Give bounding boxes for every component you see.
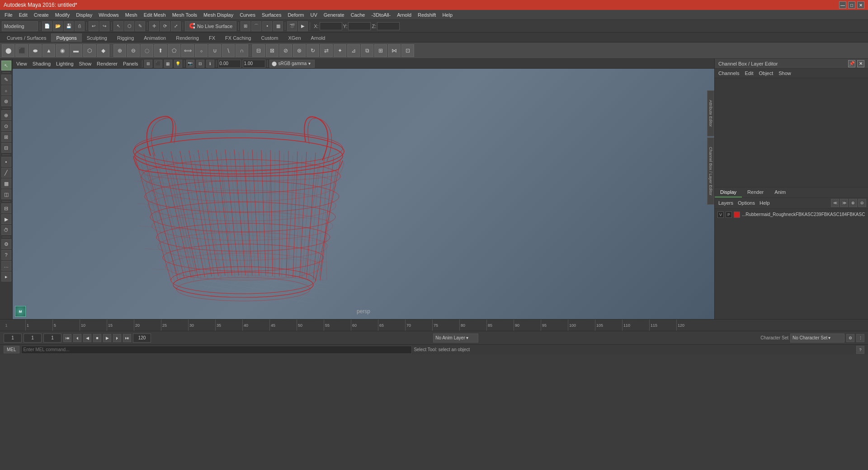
go-to-end-btn[interactable]: ⏭ (123, 334, 131, 342)
undo-button[interactable]: ↩ (89, 21, 99, 31)
shelf-spin-edge-icon[interactable]: ↻ (307, 44, 319, 57)
shelf-delete-edge-icon[interactable]: ⊘ (279, 44, 292, 57)
shelf-torus-icon[interactable]: ◉ (56, 44, 69, 57)
show-menu[interactable]: Show (77, 61, 94, 66)
shelf-smooth-icon[interactable]: ◌ (141, 44, 153, 57)
save-scene-button[interactable]: ⎙ (75, 21, 85, 31)
scale-tool-button[interactable]: ⤢ (171, 21, 181, 31)
redo-button[interactable]: ↪ (99, 21, 109, 31)
z-input[interactable] (377, 22, 400, 30)
timeline-ruler[interactable]: 1 5 10 15 20 25 30 35 40 45 50 55 60 65 … (25, 320, 868, 331)
start-frame-field[interactable]: 1 (4, 334, 22, 343)
panels-menu[interactable]: Panels (121, 61, 140, 66)
channel-box-layer-editor-tab[interactable]: Channel Box / Layer Editor (707, 137, 714, 205)
layers-collapse-btn[interactable]: ⊖ (858, 199, 866, 207)
shelf-offset-edge-icon[interactable]: ⊠ (266, 44, 278, 57)
vp-light-btn[interactable]: 💡 (174, 60, 182, 68)
shelf-poke-icon[interactable]: ✦ (334, 44, 346, 57)
minimize-button[interactable]: — (839, 1, 846, 9)
help-menu[interactable]: Help (758, 200, 772, 206)
render-settings-button[interactable]: 🎬 (287, 21, 297, 31)
display-layer-tool[interactable]: ⊟ (1, 203, 11, 213)
end-frame-field[interactable]: 120 (133, 334, 151, 343)
play-back-btn[interactable]: ◀ (83, 334, 91, 342)
shelf-bevel-icon[interactable]: ⬠ (168, 44, 180, 57)
close-button[interactable]: ✕ (857, 1, 864, 9)
channel-box-close-btn[interactable]: ✕ (857, 60, 864, 67)
shelf-tab-arnold[interactable]: Arnold (306, 33, 330, 42)
no-live-surface-dropdown[interactable]: 🧲 No Live Surface (185, 21, 236, 31)
menu-deform[interactable]: Deform (285, 11, 307, 19)
settings-tool[interactable]: ⚙ (1, 239, 11, 249)
gamma-dropdown[interactable]: ⬤ sRGB gamma ▾ (269, 60, 315, 68)
open-file-button[interactable]: 📂 (53, 21, 63, 31)
rotate-tool-button[interactable]: ⟳ (160, 21, 170, 31)
display-tab[interactable]: Display (715, 188, 742, 197)
vertex-mode-tool[interactable]: • (1, 157, 11, 167)
shelf-combine-icon[interactable]: ⊕ (113, 44, 126, 57)
menu-mesh[interactable]: Mesh (123, 11, 140, 19)
options-menu[interactable]: Options (736, 200, 757, 206)
menu-mesh-display[interactable]: Mesh Display (201, 11, 236, 19)
shelf-boolean-union-icon[interactable]: ∪ (208, 44, 221, 57)
new-file-button[interactable]: 📄 (42, 21, 52, 31)
shelf-boolean-inter-icon[interactable]: ∩ (236, 44, 248, 57)
shelf-plane-icon[interactable]: ▬ (70, 44, 82, 57)
show-tab[interactable]: Show (777, 70, 793, 77)
menu-edit-mesh[interactable]: Edit Mesh (141, 11, 169, 19)
vp-hud-btn[interactable]: ℹ (206, 60, 214, 68)
render-button[interactable]: ▶ (298, 21, 308, 31)
lighting-menu[interactable]: Lighting (54, 61, 75, 66)
sculpt-tool[interactable]: ⬦ (1, 85, 11, 95)
y-input[interactable] (348, 22, 371, 30)
shelf-tab-fx[interactable]: FX (204, 33, 220, 42)
shading-menu[interactable]: Shading (31, 61, 52, 66)
frame-select-tool[interactable]: ⊟ (1, 143, 11, 153)
go-to-start-btn[interactable]: ⏮ (63, 334, 71, 342)
anim-layer-dropdown[interactable]: No Anim Layer ▾ (433, 334, 478, 343)
menu-modify[interactable]: Modify (52, 11, 72, 19)
shelf-disk-icon[interactable]: ⬡ (83, 44, 96, 57)
menu-help[interactable]: Help (439, 11, 455, 19)
menu-curves[interactable]: Curves (237, 11, 258, 19)
frame-all-tool[interactable]: ⊞ (1, 132, 11, 142)
vp-wireframe-btn[interactable]: ⊞ (144, 60, 152, 68)
vp-field1[interactable] (218, 60, 241, 68)
command-line-input[interactable] (21, 346, 412, 354)
menu-create[interactable]: Create (31, 11, 52, 19)
shelf-collapse-icon[interactable]: ⊛ (293, 44, 306, 57)
shelf-tab-polygons[interactable]: Polygons (51, 33, 81, 42)
expand-tool[interactable]: ▸ (1, 272, 11, 282)
menu-redshift[interactable]: Redshift (415, 11, 439, 19)
object-tab[interactable]: Object (757, 70, 775, 77)
menu-edit[interactable]: Edit (16, 11, 30, 19)
show-all-tool[interactable]: ⊕ (1, 110, 11, 120)
maximize-button[interactable]: □ (848, 1, 855, 9)
extra-tool[interactable]: … (1, 261, 11, 271)
menu-generate[interactable]: Generate (321, 11, 347, 19)
shelf-extract-icon[interactable]: ⊞ (374, 44, 387, 57)
layer-visibility-toggle[interactable]: V (717, 212, 724, 218)
vp-field2[interactable] (243, 60, 265, 68)
shelf-separate-icon[interactable]: ⊖ (127, 44, 140, 57)
layers-create-btn[interactable]: ≪ (831, 199, 839, 207)
display-render-tool[interactable]: ▶ (1, 214, 11, 224)
snap-surface-button[interactable]: ▦ (273, 21, 283, 31)
timeline-area[interactable]: 1 1 5 10 15 20 25 30 35 40 45 50 55 60 6… (0, 319, 868, 331)
x-input[interactable] (320, 22, 342, 30)
mel-button[interactable]: MEL (4, 346, 19, 353)
shelf-tab-rendering[interactable]: Rendering (171, 33, 204, 42)
stop-btn[interactable]: ■ (93, 334, 101, 342)
snap-grid-button[interactable]: ⊞ (241, 21, 250, 31)
shelf-retopo-icon[interactable]: ⊡ (401, 44, 414, 57)
display-anim-tool[interactable]: ⏱ (1, 225, 11, 235)
menu-3dto-all[interactable]: -3DtoAll- (368, 11, 393, 19)
current-frame-field[interactable]: 1 (24, 334, 42, 343)
channels-tab[interactable]: Channels (717, 70, 741, 77)
face-mode-tool[interactable]: ▦ (1, 179, 11, 188)
shelf-tab-custom[interactable]: Custom (256, 33, 283, 42)
uv-mode-tool[interactable]: ◫ (1, 189, 11, 199)
edge-mode-tool[interactable]: ╱ (1, 168, 11, 178)
shelf-insert-edge-icon[interactable]: ⊟ (252, 44, 265, 57)
anim-tab[interactable]: Anim (769, 188, 791, 197)
